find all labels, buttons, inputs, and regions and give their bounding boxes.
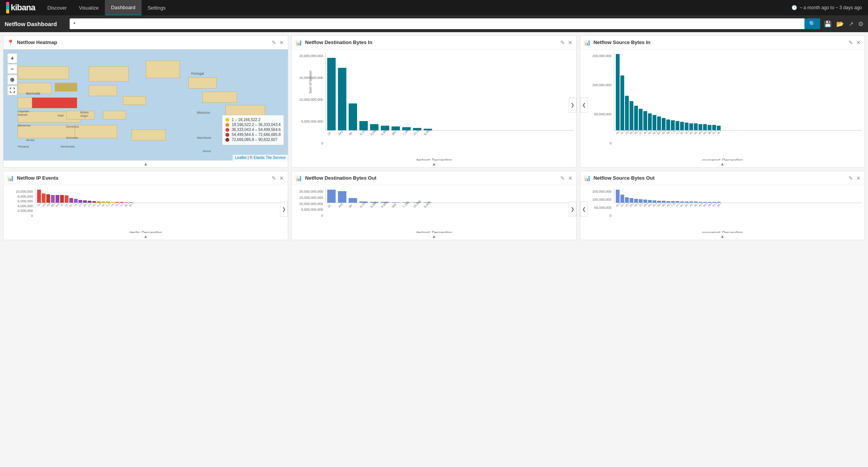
elastic-tile-link[interactable]: Elastic Tile Service [253, 156, 286, 160]
bar-chart-icon-1: 📊 [295, 39, 302, 46]
source-bytes-out-title: Netflow Source Bytes Out [594, 175, 848, 181]
scroll-left-2[interactable]: ❮ [580, 97, 588, 113]
compass-button[interactable]: ⊕ [7, 75, 17, 85]
legend-item-5: 72,666,085.8 – 90,832,607 [225, 138, 281, 142]
nav-discover[interactable]: Discover [41, 0, 73, 15]
heatmap-collapse-button[interactable]: ▲ [3, 161, 288, 167]
source-bytes-out-panel: 📊 Netflow Source Bytes Out ✎ ✕ ❮ 150,000… [580, 171, 865, 240]
source-bytes-in-close[interactable]: ✕ [856, 39, 861, 46]
source-bytes-in-x-title: sourceport: Descending [583, 158, 861, 161]
bar-chart-icon-2: 📊 [584, 39, 591, 46]
dest-bytes-out-bars [325, 188, 573, 203]
dest-bytes-out-chart: 22 443 80 9,191 8,080 9,995 983 7,180 10… [325, 188, 573, 218]
source-bytes-in-actions: ✎ ✕ [848, 39, 861, 46]
time-range-text: ~ a month ago to ~ 3 days ago [799, 5, 862, 10]
source-bytes-out-actions: ✎ ✕ [848, 175, 861, 181]
heatmap-edit-button[interactable]: ✎ [272, 39, 276, 46]
dest-bytes-in-edit[interactable]: ✎ [560, 39, 565, 46]
legend-item-4: 54,499,564.6 – 72,666,085.8 [225, 133, 281, 137]
map-label-portugal: Portugal [191, 72, 204, 75]
toolbar-icons: 💾 📂 ↗ ⚙ [824, 20, 863, 28]
legend-color-3 [225, 128, 229, 132]
heatmap-panel-actions: ✎ ✕ [272, 39, 284, 46]
save-icon[interactable]: 💾 [824, 20, 832, 28]
ip-events-close[interactable]: ✕ [279, 175, 284, 181]
dest-bytes-in-x-title: destport: Descending [295, 158, 573, 161]
legend-color-5 [225, 138, 229, 142]
scroll-right-1[interactable]: ❯ [569, 97, 576, 113]
share-icon[interactable]: ↗ [848, 20, 853, 28]
map-label-cayman: CaymanIslands [18, 110, 29, 116]
leaflet-link[interactable]: Leaflet [235, 156, 246, 160]
dest-bytes-out-x-labels: 22 443 80 9,191 8,080 9,995 983 7,180 10… [325, 203, 573, 218]
bar-dest-80 [349, 103, 357, 130]
ip-events-chart: 70.42.6.250 104.192.143.2 104.192.143.1 … [35, 188, 285, 218]
legend-item-2: 18,166,522.2 – 36,333,043.4 [225, 123, 281, 127]
logo-text: kibana [11, 3, 35, 13]
source-bytes-in-edit[interactable]: ✎ [848, 39, 853, 46]
kibana-logo: kibana [0, 0, 41, 15]
source-bytes-out-body: ❮ 150,000,000 100,000,000 50,000,000 0 [580, 185, 865, 233]
top-navigation: kibana Discover Visualize Dashboard Sett… [0, 0, 868, 15]
map-label-british-virgin: BritishVirgin [80, 111, 89, 118]
scroll-left-5[interactable]: ❮ [580, 202, 588, 217]
map-label-sierra: Sierra [202, 149, 210, 153]
dest-bytes-in-close[interactable]: ✕ [568, 39, 573, 46]
map-label-morocco: Morocco [197, 111, 210, 115]
map-panel-icon: 📍 [7, 39, 14, 46]
ip-events-title: Netflow IP Events [17, 175, 272, 181]
ip-events-header: 📊 Netflow IP Events ✎ ✕ [3, 171, 288, 185]
dashboard-toolbar: Netflow Dashboard 🔍 💾 📂 ↗ ⚙ [0, 15, 868, 32]
source-bytes-out-edit[interactable]: ✎ [848, 175, 853, 181]
source-bytes-in-collapse[interactable]: ▲ [580, 161, 865, 167]
dest-bytes-in-body: ❯ 20,000,000,000 15,000,000,000 10,000,0… [292, 49, 576, 161]
map-label-mauritania: Mauritania [197, 136, 211, 139]
legend-label-1: 1 – 18,166,522.2 [232, 118, 260, 122]
scroll-right-3[interactable]: ❯ [280, 202, 288, 217]
ip-events-edit[interactable]: ✎ [272, 175, 276, 181]
legend-color-1 [225, 118, 229, 122]
source-bytes-out-header: 📊 Netflow Source Bytes Out ✎ ✕ [580, 171, 865, 185]
dest-bytes-in-collapse[interactable]: ▲ [292, 161, 576, 167]
dest-bytes-out-edit[interactable]: ✎ [560, 175, 565, 181]
dashboard-grid: 📍 Netflow Heatmap ✎ ✕ + − ⊕ ⛶ [0, 32, 868, 243]
zoom-in-button[interactable]: + [7, 53, 17, 63]
legend-color-2 [225, 123, 229, 127]
load-icon[interactable]: 📂 [836, 20, 844, 28]
map-label-aruba: Aruba [26, 138, 34, 142]
dest-bytes-out-y-axis: 20,000,000,000 15,000,000,000 10,000,000… [295, 188, 325, 218]
ip-events-bars [35, 188, 285, 203]
nav-dashboard[interactable]: Dashboard [105, 0, 142, 15]
scroll-right-4[interactable]: ❯ [569, 202, 576, 217]
nav-visualize[interactable]: Visualize [73, 0, 105, 15]
ip-events-x-title: destip: Descending [7, 231, 285, 233]
source-bytes-in-chart: 42,050 41,435 10,000 55,301 55,282 12,07… [614, 52, 861, 146]
ip-events-collapse[interactable]: ▲ [3, 233, 288, 240]
source-bytes-in-x-labels: 42,050 41,435 10,000 55,301 55,282 12,07… [614, 131, 861, 146]
fullscreen-button[interactable]: ⛶ [7, 85, 17, 95]
search-input[interactable] [70, 19, 804, 29]
heatmap-close-button[interactable]: ✕ [279, 39, 284, 46]
bar-dest-443 [338, 68, 346, 130]
source-bytes-in-y-axis: 150,000,000 100,000,000 50,000,000 0 [583, 52, 614, 146]
map-label-venezuela: Venezuela [60, 145, 75, 148]
ip-events-actions: ✎ ✕ [272, 175, 284, 181]
dest-bytes-out-collapse[interactable]: ▲ [292, 233, 576, 240]
zoom-out-button[interactable]: − [7, 64, 17, 74]
map-label-haiti: Haiti [57, 114, 64, 117]
logo-stripe [6, 2, 9, 13]
nav-settings[interactable]: Settings [142, 0, 172, 15]
dest-bytes-out-close[interactable]: ✕ [568, 175, 573, 181]
search-button[interactable]: 🔍 [804, 18, 820, 29]
dest-bytes-out-actions: ✎ ✕ [560, 175, 573, 181]
map-visualization: + − ⊕ ⛶ [3, 49, 288, 161]
nav-links: Discover Visualize Dashboard Settings [41, 0, 172, 15]
map-legend: 1 – 18,166,522.2 18,166,522.2 – 36,333,0… [222, 115, 284, 145]
source-bytes-out-close[interactable]: ✕ [856, 175, 861, 181]
map-label-dominica: Dominica [66, 125, 79, 128]
heatmap-panel: 📍 Netflow Heatmap ✎ ✕ + − ⊕ ⛶ [3, 35, 288, 168]
source-bytes-out-collapse[interactable]: ▲ [580, 233, 865, 240]
gear-icon[interactable]: ⚙ [858, 20, 863, 28]
source-bytes-in-body: ❮ 150,000,000 100,000,000 50,000,000 0 [580, 49, 865, 161]
search-bar: 🔍 [70, 18, 820, 29]
